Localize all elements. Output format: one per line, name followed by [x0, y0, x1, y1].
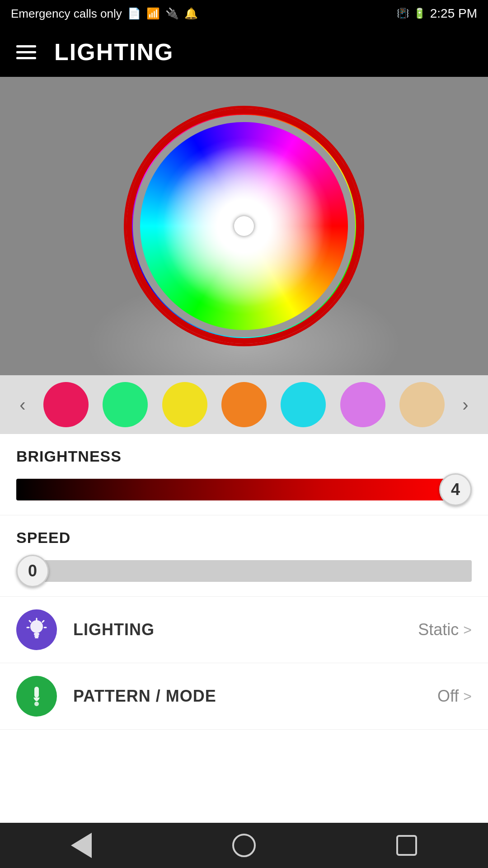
brightness-slider-thumb[interactable]: 4	[439, 473, 472, 506]
notification-icon: 🔔	[184, 7, 198, 20]
battery-icon: 🔋	[413, 8, 426, 19]
lighting-icon-container	[16, 609, 57, 650]
swatch-green[interactable]	[103, 382, 148, 427]
svg-point-0	[30, 620, 43, 633]
speed-track-fill	[33, 560, 472, 582]
svg-rect-9	[34, 687, 39, 698]
home-button[interactable]	[228, 830, 260, 861]
svg-line-5	[42, 621, 44, 622]
time-display: 2:25 PM	[430, 6, 477, 21]
pattern-value-text: Off	[437, 687, 459, 706]
swatch-cyan[interactable]	[281, 382, 326, 427]
speed-value: 0	[28, 561, 37, 580]
menu-item-pattern[interactable]: PATTERN / MODE Off >	[0, 663, 488, 730]
color-wheel[interactable]	[127, 108, 361, 344]
svg-line-6	[29, 621, 31, 622]
brightness-control: BRIGHTNESS 4	[0, 434, 488, 515]
swatches-container	[36, 382, 452, 427]
lighting-value-text: Static	[418, 620, 459, 639]
speed-label: SPEED	[16, 529, 472, 547]
swatches-next-arrow[interactable]: ›	[452, 391, 479, 418]
pattern-icon-container	[16, 676, 57, 717]
usb-icon: 🔌	[165, 7, 179, 20]
brush-icon	[24, 684, 49, 708]
speed-slider-container: 0	[16, 555, 472, 587]
app-header: LIGHTING	[0, 27, 488, 77]
svg-point-10	[34, 702, 39, 706]
speed-control: SPEED 0	[0, 515, 488, 597]
brightness-slider-container: 4	[16, 473, 472, 506]
menu-item-lighting[interactable]: LIGHTING Static >	[0, 597, 488, 663]
swatch-lavender[interactable]	[340, 382, 385, 427]
status-bar-text: Emergency calls only	[11, 7, 122, 21]
swatch-pink[interactable]	[43, 382, 89, 427]
swatch-yellow[interactable]	[162, 382, 207, 427]
swatch-orange[interactable]	[221, 382, 267, 427]
lighting-chevron-icon: >	[463, 622, 472, 638]
bulb-icon	[24, 618, 49, 642]
svg-rect-2	[34, 635, 39, 637]
svg-rect-1	[34, 633, 39, 635]
speed-slider-thumb[interactable]: 0	[16, 555, 49, 587]
recent-button[interactable]	[391, 830, 422, 861]
app-title: LIGHTING	[54, 38, 174, 66]
color-wheel-cursor[interactable]	[234, 216, 254, 236]
lighting-menu-label: LIGHTING	[73, 620, 418, 639]
recent-icon	[396, 835, 417, 856]
home-icon	[232, 834, 256, 857]
lighting-menu-value: Static >	[418, 620, 472, 639]
back-icon	[71, 833, 92, 858]
pattern-chevron-icon: >	[463, 688, 472, 705]
controls-section: BRIGHTNESS 4 SPEED 0	[0, 434, 488, 823]
brightness-slider-track[interactable]	[16, 479, 455, 500]
bottom-nav	[0, 823, 488, 868]
status-bar: Emergency calls only 📄 📶 🔌 🔔 📳 🔋 2:25 PM	[0, 0, 488, 27]
document-icon: 📄	[127, 7, 141, 20]
status-bar-right: 📳 🔋 2:25 PM	[397, 6, 477, 21]
vibrate-icon: 📳	[397, 8, 409, 19]
swatch-peach[interactable]	[399, 382, 445, 427]
brightness-label: BRIGHTNESS	[16, 448, 472, 465]
status-bar-left: Emergency calls only 📄 📶 🔌 🔔	[11, 7, 198, 21]
pattern-menu-label: PATTERN / MODE	[73, 687, 437, 706]
pattern-menu-value: Off >	[437, 687, 472, 706]
speed-slider-track[interactable]	[33, 560, 472, 582]
brightness-track-fill	[16, 479, 455, 500]
hamburger-button[interactable]	[16, 45, 36, 59]
menu-items: LIGHTING Static > PATTERN / MODE Off >	[0, 597, 488, 823]
svg-rect-3	[35, 637, 38, 638]
color-wheel-area[interactable]	[0, 77, 488, 375]
back-button[interactable]	[66, 830, 97, 861]
wifi-icon: 📶	[146, 7, 160, 20]
brightness-value: 4	[451, 480, 460, 499]
swatches-row: ‹ ›	[0, 375, 488, 434]
swatches-prev-arrow[interactable]: ‹	[9, 391, 36, 418]
color-wheel-inner[interactable]	[140, 122, 348, 330]
